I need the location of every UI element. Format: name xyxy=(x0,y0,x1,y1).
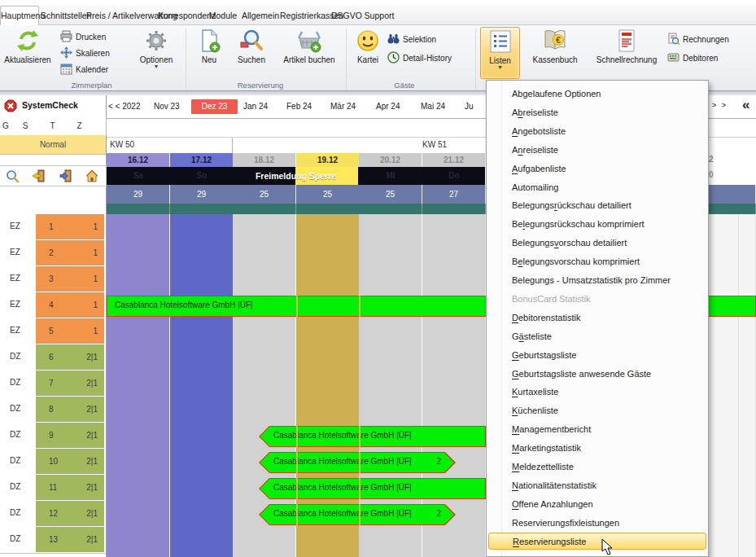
menu-item-aufgabenliste[interactable]: Aufgabenliste xyxy=(488,160,706,178)
menu-item-belegungsvorschau-komprimiert[interactable]: Belegungsvorschau komprimiert xyxy=(488,252,706,270)
menu-item-saldenliste[interactable]: Saldenliste xyxy=(488,551,706,557)
room-cell-6[interactable]: 62|1 xyxy=(36,344,104,370)
room-cell-13[interactable]: 132|1 xyxy=(36,527,104,552)
menu-item-nationalitätenstatistik[interactable]: Nationalitätenstatistik xyxy=(488,476,706,494)
calendar-icon xyxy=(60,63,72,75)
reservation-bar-room-12[interactable]: Casablanca Hotelsoftware GmbH |ÜF|2 xyxy=(259,504,456,525)
check-in-button[interactable] xyxy=(24,165,52,186)
menu-item-reservierungsliste[interactable]: Reservierungsliste xyxy=(488,533,706,550)
tab-registrierkassen[interactable]: Registrierkassen xyxy=(280,7,327,24)
collapse-panel-icon[interactable]: « xyxy=(742,97,749,113)
kartei-button[interactable]: Kartei xyxy=(350,27,386,77)
menu-item-kurtaxeliste[interactable]: Kurtaxeliste xyxy=(488,383,706,401)
menu-item-abreiseliste[interactable]: Abreiseliste xyxy=(488,103,706,121)
menu-item-abgelaufene-optionen[interactable]: Abgelaufene Optionen xyxy=(488,85,706,103)
tab-hauptmenü[interactable]: Hauptmenü xyxy=(0,6,39,25)
menu-item-debitorenstatistik[interactable]: Debitorenstatistik xyxy=(488,309,706,327)
room-cell-9[interactable]: 92|1 xyxy=(36,423,104,448)
tab-module[interactable]: Module xyxy=(208,7,238,24)
menu-item-belegungsvorschau-detailiert[interactable]: Belegungsvorschau detailiert xyxy=(488,234,706,252)
week-divider xyxy=(232,138,233,154)
room-cell-3[interactable]: 31 xyxy=(36,266,104,292)
tab-schnittstellen[interactable]: Schnittstellen xyxy=(41,7,83,24)
optionen-button[interactable]: Optionen▼ xyxy=(132,27,181,77)
reservation-bar-room-10[interactable]: Casablanca Hotelsoftware GmbH |ÜF|2 xyxy=(259,452,456,473)
menu-item-angebotsliste[interactable]: Angebotsliste xyxy=(488,122,706,140)
menu-item-belegungsrückschau-detailiert[interactable]: Belegungsrückschau detailiert xyxy=(488,196,706,214)
day-column-16-12[interactable] xyxy=(107,214,170,557)
debitoren-button[interactable]: Debitoren xyxy=(667,50,718,66)
room-row-11: DZ112|1 xyxy=(0,475,106,502)
room-search-button[interactable] xyxy=(0,165,25,186)
neu-button[interactable]: Neu xyxy=(192,27,226,77)
suchen-button[interactable]: Suchen xyxy=(229,27,273,77)
month-feb-24[interactable]: Feb 24 xyxy=(286,99,321,114)
kalender-button[interactable]: Kalender xyxy=(60,62,108,77)
menu-item-geburtstagsliste-anwesende-gäste[interactable]: Geburtstagsliste anwesende Gäste xyxy=(488,365,706,383)
room-row-13: DZ132|1 xyxy=(0,527,106,554)
tab-preis-artikelverwaltung[interactable]: Preis / Artikelverwaltung xyxy=(86,7,153,24)
date-header-19-12[interactable]: 19.12 xyxy=(296,153,360,167)
block-column-edge xyxy=(359,452,361,473)
menu-item-bonuscard-statistik[interactable]: BonusCard Statistik xyxy=(488,290,706,308)
menu-item-automailing[interactable]: Automailing xyxy=(488,178,706,196)
menu-item-belegungs-umsatzstatistik-pro-zimmer[interactable]: Belegungs - Umsatzstatistik pro Zimmer xyxy=(488,271,706,289)
detail-history-button[interactable]: Detail-History xyxy=(387,50,452,66)
tab-korrespondenz[interactable]: Korrespondenz xyxy=(158,7,203,24)
room-cell-10[interactable]: 102|1 xyxy=(36,449,104,474)
selektion-button[interactable]: Selektion xyxy=(387,32,436,47)
room-row-10: DZ102|1 xyxy=(0,449,106,476)
month-mär-24[interactable]: Mär 24 xyxy=(330,99,366,114)
drucken-button[interactable]: Drucken xyxy=(60,29,106,45)
month-nov-23[interactable]: Nov 23 xyxy=(154,99,186,114)
menu-item-marketingstatistik[interactable]: Marketingstatistik xyxy=(488,439,706,457)
check-out-button[interactable] xyxy=(51,165,79,186)
schnellrechnung-button[interactable]: Schnellrechnung xyxy=(589,27,664,77)
day-column-17-12[interactable] xyxy=(170,214,234,557)
kassenbuch-button[interactable]: €Kassenbuch xyxy=(524,27,586,77)
menu-item-anreiseliste[interactable]: Anreiseliste xyxy=(488,141,706,159)
date-header-16-12[interactable]: 16.12 xyxy=(107,153,170,167)
rechnungen-button[interactable]: Rechnungen xyxy=(667,32,729,47)
listen-button[interactable]: Listen▼ xyxy=(480,27,520,79)
room-cell-4[interactable]: 41 xyxy=(36,292,104,318)
date-header-17-12[interactable]: 17.12 xyxy=(170,153,234,167)
artikel-buchen-button[interactable]: Artikel buchen xyxy=(275,27,343,77)
date-header-18-12[interactable]: 18.12 xyxy=(233,153,296,167)
room-cell-12[interactable]: 122|1 xyxy=(36,501,104,526)
menu-item-geburtstagsliste[interactable]: Geburtstagsliste xyxy=(488,346,706,364)
aktualisieren-button[interactable]: Aktualisieren xyxy=(2,27,54,77)
menu-item-reservierungsfixleistungen[interactable]: Reservierungsfixleistungen xyxy=(488,514,706,532)
date-header-20-12[interactable]: 20.12 xyxy=(359,153,422,167)
search-icon xyxy=(239,29,264,53)
month-2022[interactable]: < < 2022 xyxy=(108,99,146,114)
month-apr-24[interactable]: Apr 24 xyxy=(376,99,410,114)
tab-support[interactable]: Support xyxy=(364,7,395,24)
month-jan-24[interactable]: Jan 24 xyxy=(243,99,276,114)
tab-allgemein[interactable]: Allgemein xyxy=(242,7,277,24)
room-cell-8[interactable]: 82|1 xyxy=(36,397,104,422)
month-mai-24[interactable]: Mai 24 xyxy=(421,99,453,114)
room-cell-2[interactable]: 21 xyxy=(36,240,104,265)
reservation-bar-room-11[interactable]: Casablanca Hotelsoftware GmbH |ÜF| xyxy=(259,478,486,499)
date-header-21-12[interactable]: 21.12 xyxy=(422,153,486,167)
menu-item-managementbericht[interactable]: Managementbericht xyxy=(488,420,706,438)
menu-item-meldezettelliste[interactable]: Meldezettelliste xyxy=(488,458,706,476)
next-months-button[interactable]: > > xyxy=(712,101,728,109)
system-check-row[interactable]: SystemCheck xyxy=(0,95,106,118)
room-cell-1[interactable]: 11 xyxy=(36,214,104,239)
menu-item-gästeliste[interactable]: Gästeliste xyxy=(488,327,706,345)
room-cell-5[interactable]: 51 xyxy=(36,318,104,344)
skalieren-button[interactable]: Skalieren xyxy=(60,46,110,61)
category-selector-normal[interactable]: Normal xyxy=(0,135,106,155)
room-cell-7[interactable]: 72|1 xyxy=(36,371,104,396)
tab-dsgvo[interactable]: DSGVO xyxy=(331,7,361,24)
reservation-bar-room-9[interactable]: Casablanca Hotelsoftware GmbH |ÜF| xyxy=(259,426,486,447)
menu-item-offene-anzahlungen[interactable]: Offene Anzahlungen xyxy=(488,495,706,513)
room-cell-11[interactable]: 112|1 xyxy=(36,475,104,500)
home-button[interactable] xyxy=(78,165,107,186)
month-dez-23[interactable]: Dez 23 xyxy=(191,99,238,114)
month-ju[interactable]: Ju xyxy=(465,99,479,114)
menu-item-küchenliste[interactable]: Küchenliste xyxy=(488,401,706,419)
menu-item-belegungsrückschau-komprimiert[interactable]: Belegungsrückschau komprimiert xyxy=(488,215,706,233)
